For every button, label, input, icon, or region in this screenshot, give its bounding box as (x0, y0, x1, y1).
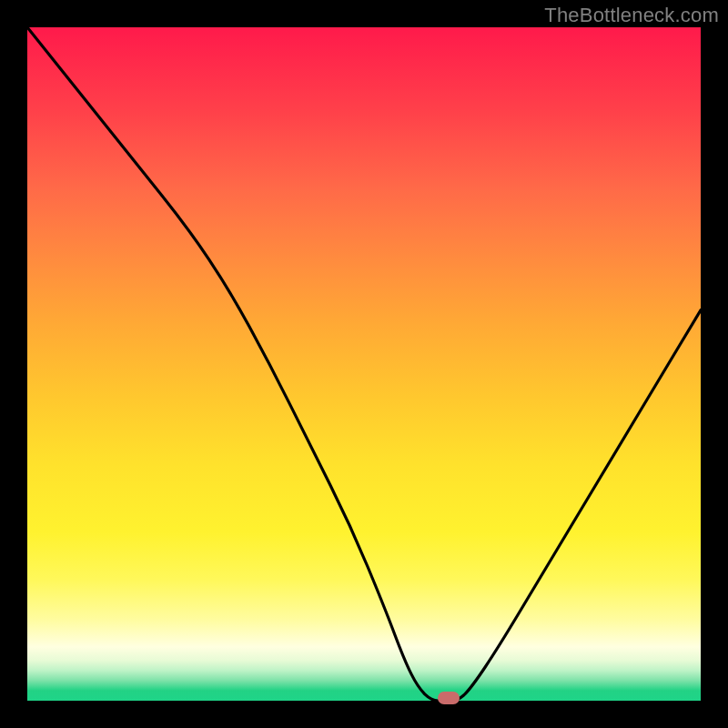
plot-area (27, 27, 701, 701)
attribution-label: TheBottleneck.com (544, 4, 719, 27)
bottleneck-curve (27, 27, 701, 701)
chart-frame: TheBottleneck.com (0, 0, 728, 728)
optimal-marker (438, 692, 460, 704)
curve-svg (27, 27, 701, 701)
